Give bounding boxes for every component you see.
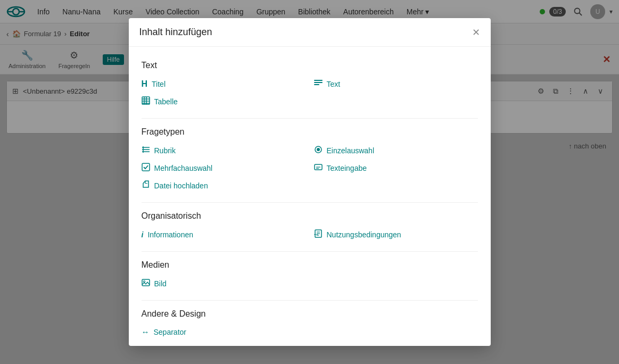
- einzelauswahl-label: Einzelauswahl: [327, 146, 375, 155]
- nutzungsbedingungen-item[interactable]: Nutzungsbedingungen: [314, 228, 478, 241]
- modal-body: Text H Titel Text Tabelle: [129, 47, 491, 346]
- texteingabe-item[interactable]: Texteingabe: [314, 162, 478, 174]
- datei-hochladen-item[interactable]: Datei hochladen: [142, 179, 306, 192]
- text-item[interactable]: Text: [314, 78, 478, 90]
- datei-icon: [142, 180, 150, 191]
- tabelle-label: Tabelle: [154, 97, 178, 106]
- andere-section-grid: ↔ Separator: [142, 326, 478, 337]
- section-text-title: Text: [142, 61, 478, 70]
- section-medien-title: Medien: [142, 260, 478, 270]
- svg-rect-8: [314, 84, 319, 85]
- section-organisatorisch-title: Organisatorisch: [142, 211, 478, 221]
- text-section-grid: H Titel Text Tabelle: [142, 78, 478, 107]
- texteingabe-icon: [314, 163, 323, 173]
- svg-point-30: [143, 281, 145, 283]
- tabelle-item[interactable]: Tabelle: [142, 95, 306, 107]
- divider-2: [142, 202, 478, 203]
- text-label: Text: [327, 80, 341, 88]
- organisatorisch-section-grid: i Informationen Nutzungsbedingungen: [142, 228, 478, 241]
- modal-close-button[interactable]: ✕: [472, 28, 480, 37]
- separator-label: Separator: [154, 328, 186, 336]
- divider-3: [142, 251, 478, 252]
- svg-rect-7: [314, 82, 323, 83]
- datei-hochladen-label: Datei hochladen: [154, 181, 208, 190]
- tabelle-icon: [142, 96, 150, 106]
- section-fragetypen-title: Fragetypen: [142, 127, 478, 137]
- einzelauswahl-icon: [314, 145, 323, 155]
- informationen-item[interactable]: i Informationen: [142, 228, 306, 241]
- informationen-icon: i: [142, 230, 144, 239]
- modal-title: Inhalt hinzufügen: [139, 27, 212, 38]
- texteingabe-label: Texteingabe: [327, 164, 367, 172]
- separator-icon: ↔: [142, 327, 150, 336]
- mehrfachauswahl-label: Mehrfachauswahl: [154, 164, 213, 172]
- einzelauswahl-item[interactable]: Einzelauswahl: [314, 144, 478, 156]
- rubrik-label: Rubrik: [154, 146, 176, 155]
- titel-icon: H: [142, 79, 148, 89]
- svg-rect-6: [314, 80, 323, 81]
- titel-item[interactable]: H Titel: [142, 78, 306, 90]
- nutzungsbedingungen-icon: [314, 229, 323, 239]
- divider-4: [142, 300, 478, 301]
- bild-icon: [142, 278, 150, 288]
- svg-rect-21: [142, 163, 150, 171]
- mehrfachauswahl-icon: [142, 163, 150, 173]
- informationen-label: Informationen: [147, 230, 193, 239]
- svg-rect-29: [142, 279, 150, 286]
- svg-point-20: [317, 148, 320, 151]
- rubrik-icon: [142, 145, 150, 155]
- separator-item[interactable]: ↔ Separator: [142, 326, 306, 337]
- medien-section-grid: Bild: [142, 277, 478, 289]
- modal-header: Inhalt hinzufügen ✕: [129, 18, 491, 47]
- nutzungsbedingungen-label: Nutzungsbedingungen: [327, 230, 401, 239]
- section-andere-title: Andere & Design: [142, 309, 478, 319]
- modal-overlay: Inhalt hinzufügen ✕ Text H Titel Text: [0, 0, 619, 364]
- divider-1: [142, 118, 478, 119]
- bild-label: Bild: [154, 279, 167, 288]
- text-icon: [314, 79, 323, 89]
- titel-label: Titel: [152, 80, 166, 88]
- fragetypen-section-grid: Rubrik Einzelauswahl Mehrfachauswahl: [142, 144, 478, 192]
- bild-item[interactable]: Bild: [142, 277, 306, 289]
- add-content-modal: Inhalt hinzufügen ✕ Text H Titel Text: [129, 18, 491, 346]
- mehrfachauswahl-item[interactable]: Mehrfachauswahl: [142, 162, 306, 174]
- rubrik-item[interactable]: Rubrik: [142, 144, 306, 156]
